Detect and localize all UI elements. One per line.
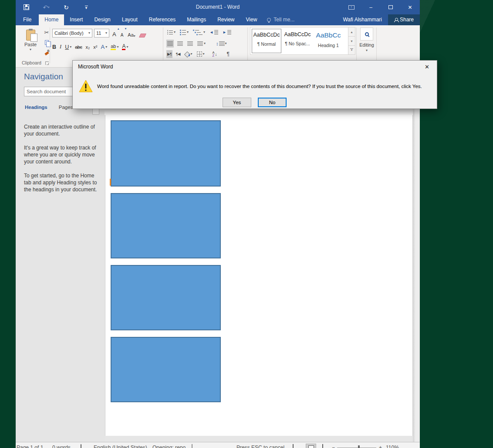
font-color-button[interactable]: A▾ [122,44,128,50]
no-button[interactable]: No [258,98,287,107]
justify-button[interactable]: ▾ [196,40,206,48]
print-layout-button[interactable] [306,444,316,448]
increase-indent-button[interactable]: ► [222,28,232,36]
tab-view[interactable]: View [240,14,263,25]
font-name-combo[interactable]: Calibri (Body)▾ [52,29,92,37]
font-size-chevron-icon: ▾ [105,32,107,34]
increase-indent-arrow: ► [223,31,226,34]
web-layout-button[interactable] [322,442,323,448]
align-left-icon [167,41,173,46]
font-color-chevron-icon: ▾ [126,46,128,48]
editing-group[interactable]: Editing ▾ [358,27,375,52]
vertical-scrollbar[interactable] [413,68,419,442]
grow-font-button[interactable]: A▲ [111,29,118,37]
style-normal[interactable]: AaBbCcDc ¶ Normal [252,29,281,53]
signed-in-user[interactable]: Wafi Alshammari [337,14,388,25]
zoom-out-button[interactable]: − [332,442,335,448]
align-left-button[interactable] [166,40,174,48]
maximize-button[interactable] [381,0,400,14]
document-page[interactable] [105,115,413,436]
left-to-right-button[interactable]: ▶¶ [166,50,172,58]
styles-scroll-up-button[interactable]: ▲ [348,27,355,37]
font-size-combo[interactable]: 11▾ [94,29,109,37]
decrease-indent-button[interactable]: ◄ [209,28,219,36]
bullets-button[interactable]: ▾ [166,28,176,36]
dialog-close-button[interactable]: ✕ [417,61,437,73]
subscript-button[interactable]: x₂ [86,44,90,50]
ribbon-display-options-button[interactable]: ↑ [341,0,361,14]
style-no-spacing[interactable]: AaBbCcDc ¶ No Spac... [283,29,312,53]
share-button[interactable]: Share [388,14,420,25]
page-count-status[interactable]: Page 1 of 1 [17,442,43,448]
find-button[interactable] [360,27,373,41]
style-normal-name: ¶ Normal [252,41,281,47]
strikethrough-button[interactable]: abc [75,44,82,50]
right-to-left-button[interactable]: ¶◀ [175,50,181,58]
paste-button[interactable]: Paste ▾ [20,28,41,58]
styles-scroll-down-button[interactable]: ▼ [348,37,355,46]
copy-icon [45,40,49,45]
zoom-level[interactable]: 110% [386,442,399,448]
language-status[interactable]: English (United States) [94,442,147,448]
numbering-button[interactable]: ▾ [179,28,189,36]
unreadable-content-dialog: Microsoft Word ✕ Word found unreadable c… [72,60,437,109]
font-row-2: B I U▾ abc x₂ x² A▾ ab▾ A▾ [52,44,128,50]
nav-intro-paragraph-2: It's a great way to keep track of where … [24,144,99,165]
clipboard-dialog-launcher[interactable] [45,61,49,65]
tab-mailings[interactable]: Mailings [181,14,212,25]
tell-me-box[interactable]: Tell me... [263,14,299,25]
tab-references[interactable]: References [143,14,181,25]
ribbon-tab-row: File Home Insert Design Layout Reference… [16,14,420,25]
zoom-in-button[interactable]: + [379,442,382,448]
align-right-button[interactable] [186,40,194,48]
shading-button[interactable]: ▾ [184,50,193,58]
text-effects-button[interactable]: A▾ [101,44,107,50]
clear-formatting-button[interactable] [138,29,147,37]
sort-button[interactable]: AZ↓ [212,50,218,58]
opening-status: Opening: repo [152,442,186,448]
change-case-chevron-icon: ▾ [134,35,135,37]
line-spacing-button[interactable]: ↕▾ [215,40,228,48]
read-mode-button[interactable] [293,442,294,448]
document-shape-3[interactable] [111,265,221,330]
multilevel-list-button[interactable]: ▾ [192,28,206,36]
highlight-button[interactable]: ab▾ [111,44,118,50]
tab-design[interactable]: Design [88,14,116,25]
nav-intro-paragraph-1: Create an interactive outline of your do… [24,123,99,137]
show-hide-marks-button[interactable]: ¶ [226,50,230,58]
nav-tab-pages[interactable]: Pages [59,105,73,110]
yes-button[interactable]: Yes [223,98,251,107]
document-shape-4[interactable] [111,337,221,402]
bold-button[interactable]: B [52,44,56,50]
font-size-value: 11 [96,31,101,36]
close-button[interactable]: ✕ [400,0,420,14]
underline-button[interactable]: U▾ [65,44,71,50]
align-center-button[interactable] [176,40,184,48]
word-count-status[interactable]: 0 words [52,442,71,448]
justify-icon [197,41,203,46]
paragraph-row-2: ▾ ↕▾ [166,40,228,48]
shrink-font-button[interactable]: A▼ [119,29,125,37]
borders-button[interactable]: ▾ [196,50,206,58]
eraser-icon [139,34,146,37]
tab-file[interactable]: File [16,14,39,25]
ribbon-display-options-icon: ↑ [348,5,355,10]
tab-home[interactable]: Home [39,14,64,25]
italic-button[interactable]: I [60,44,61,50]
sort-az-icon: AZ [213,51,215,57]
style-heading1[interactable]: AaBbCc Heading 1 [314,29,343,53]
proofing-status-button[interactable] [81,442,81,448]
navigation-intro-text: Create an interactive outline of your do… [24,123,99,200]
multilevel-list-icon [193,30,203,35]
superscript-button[interactable]: x² [93,44,97,50]
zoom-slider-thumb[interactable] [358,445,360,448]
minimize-button[interactable]: – [361,0,381,14]
tab-insert[interactable]: Insert [64,14,88,25]
nav-tab-headings[interactable]: Headings [25,105,47,110]
tab-layout[interactable]: Layout [116,14,143,25]
styles-more-button[interactable]: ▾ [348,46,355,54]
tab-review[interactable]: Review [212,14,240,25]
change-case-button[interactable]: Aa▾ [126,29,136,37]
document-shape-2[interactable] [111,193,221,258]
document-shape-1[interactable] [111,120,221,187]
